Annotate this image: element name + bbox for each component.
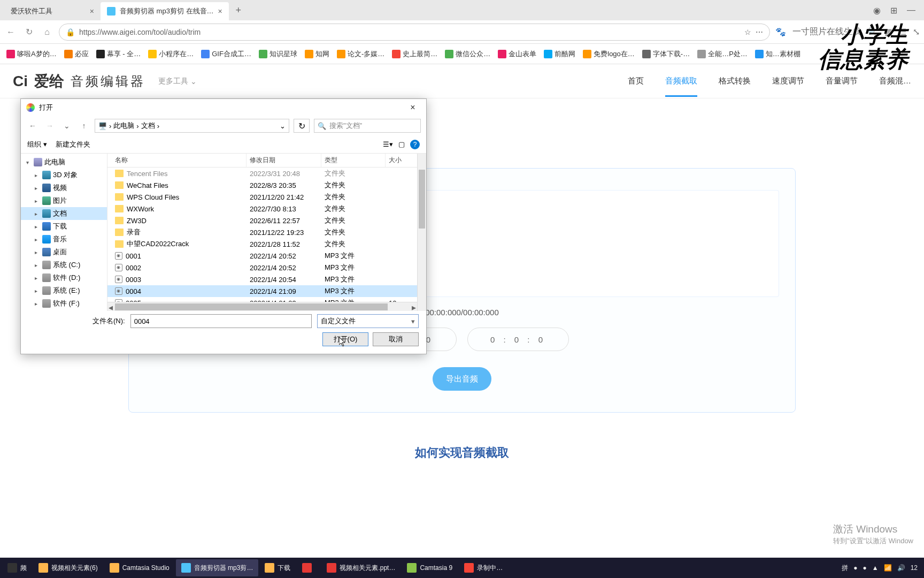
star-icon[interactable]: ☆ xyxy=(744,28,751,36)
more-icon[interactable]: ⋯ xyxy=(756,28,763,36)
tree-arrow-icon[interactable]: ▾ xyxy=(26,159,32,165)
ime-icon[interactable]: 拼 xyxy=(842,564,848,573)
organize-button[interactable]: 组织 ▾ xyxy=(27,140,47,149)
view-button[interactable]: ☰▾ xyxy=(383,140,393,148)
new-tab-button[interactable]: + xyxy=(231,3,246,18)
col-name[interactable]: 名称 xyxy=(107,154,247,167)
taskbar-item[interactable]: 视频相关元素(6) xyxy=(33,559,103,576)
taskbar-item[interactable]: 音频剪切器 mp3剪… xyxy=(176,559,259,576)
system-tray[interactable]: 拼 ● ● ▲ 📶 🔊 12 xyxy=(842,564,922,573)
nav-item[interactable]: 格式转换 xyxy=(719,65,751,97)
bookmark-item[interactable]: 微信公众… xyxy=(443,48,492,60)
tree-item[interactable]: ▸系统 (C:) xyxy=(21,258,107,271)
horizontal-scrollbar[interactable]: ◂ ▸ xyxy=(107,302,417,311)
bookmark-item[interactable]: 史上最简… xyxy=(390,48,440,60)
bookmark-item[interactable]: 金山表单 xyxy=(496,48,538,60)
bookmark-item[interactable]: 知…素材棚 xyxy=(753,48,803,60)
tree-arrow-icon[interactable]: ▸ xyxy=(35,185,40,191)
cancel-button[interactable]: 取消 xyxy=(373,332,419,346)
tree-arrow-icon[interactable]: ▸ xyxy=(35,288,40,294)
tree-arrow-icon[interactable]: ▸ xyxy=(35,172,40,178)
bookmark-item[interactable]: 免费logo在… xyxy=(581,48,637,60)
tree-arrow-icon[interactable]: ▸ xyxy=(35,275,40,281)
nav-item[interactable]: 速度调节 xyxy=(772,65,804,97)
export-button[interactable]: 导出音频 xyxy=(433,367,491,391)
bookmark-item[interactable]: 小程序在… xyxy=(146,48,196,60)
tree-item[interactable]: ▸文档 xyxy=(21,207,107,220)
bookmark-item[interactable]: 必应 xyxy=(62,48,91,60)
tray-icon[interactable]: ● xyxy=(863,564,867,572)
back-button[interactable]: ← xyxy=(4,26,17,39)
menu-icon[interactable]: ☰ xyxy=(899,27,906,37)
tree-arrow-icon[interactable]: ▸ xyxy=(35,211,40,217)
tree-item[interactable]: ▸图片 xyxy=(21,194,107,207)
tree-item[interactable]: ▸桌面 xyxy=(21,246,107,258)
taskbar-item[interactable]: Camtasia Studio xyxy=(104,559,175,576)
tree-item[interactable]: ▸软件 (D:) xyxy=(21,271,107,284)
tree-arrow-icon[interactable]: ▸ xyxy=(35,262,40,268)
more-tools-dropdown[interactable]: 更多工具⌄ xyxy=(158,77,197,86)
filetype-select[interactable]: 自定义文件 xyxy=(317,314,419,328)
end-time-input[interactable]: 0 : 0 : 0 xyxy=(467,328,569,351)
url-input[interactable]: 🔒 https://www.aigei.com/tool/audio/trim … xyxy=(59,24,770,41)
taskbar-item[interactable]: 下载 xyxy=(259,559,296,576)
folder-tree[interactable]: ▾此电脑▸3D 对象▸视频▸图片▸文档▸下载▸音乐▸桌面▸系统 (C:)▸软件 … xyxy=(21,154,107,311)
tree-item[interactable]: ▸视频 xyxy=(21,181,107,194)
tray-icon[interactable]: ● xyxy=(853,564,857,572)
nav-item[interactable]: 音频截取 xyxy=(665,65,697,97)
refresh-button[interactable]: ↻ xyxy=(294,119,310,133)
tree-arrow-icon[interactable]: ▸ xyxy=(35,224,40,230)
tree-item[interactable]: ▸音乐 xyxy=(21,233,107,246)
taskbar-item[interactable]: 频 xyxy=(2,559,32,576)
tree-arrow-icon[interactable]: ▸ xyxy=(35,237,40,242)
file-row[interactable]: 00022022/1/4 20:52MP3 文件 xyxy=(107,262,417,273)
tree-arrow-icon[interactable]: ▸ xyxy=(35,301,40,307)
file-row[interactable]: WXWork2022/7/30 8:13文件夹 xyxy=(107,203,417,215)
nav-item[interactable]: 首页 xyxy=(628,65,644,97)
up-button[interactable]: ↑ xyxy=(78,121,90,130)
tree-arrow-icon[interactable]: ▸ xyxy=(35,249,40,255)
apps-icon[interactable]: ▦ xyxy=(884,27,892,37)
network-icon[interactable]: 📶 xyxy=(884,564,892,572)
file-row[interactable]: 00012022/1/4 20:52MP3 文件 xyxy=(107,250,417,262)
tree-item[interactable]: ▾此电脑 xyxy=(21,156,107,169)
bookmark-item[interactable]: 前酷网 xyxy=(542,48,578,60)
tree-item[interactable]: ▸3D 对象 xyxy=(21,169,107,181)
tray-icon[interactable]: ▲ xyxy=(872,564,879,572)
browser-tab-active[interactable]: 音频剪切器 mp3剪切 在线音… × xyxy=(101,2,229,20)
nav-item[interactable]: 音量调节 xyxy=(826,65,858,97)
tree-item[interactable]: ▸系统 (E:) xyxy=(21,284,107,297)
filename-input[interactable] xyxy=(130,314,312,328)
taskbar-item[interactable]: 视频相关元素.ppt… xyxy=(321,559,401,576)
open-button[interactable]: 打开(O) xyxy=(322,332,368,346)
new-folder-button[interactable]: 新建文件夹 xyxy=(56,140,90,149)
column-headers[interactable]: 名称 修改日期 类型 大小 xyxy=(107,154,417,168)
browser-tab[interactable]: 爱沃软件工具 × xyxy=(4,2,101,20)
file-row[interactable]: 中望CAD2022Crack2022/1/28 11:52文件夹 xyxy=(107,238,417,250)
nav-item[interactable]: 音频混… xyxy=(879,65,911,97)
bookmark-item[interactable]: 论文-多媒… xyxy=(335,48,387,60)
expand-icon[interactable]: ⤡ xyxy=(913,27,920,37)
col-size[interactable]: 大小 xyxy=(386,154,412,167)
sidebar-link[interactable]: 一寸照片在线生成 xyxy=(792,26,861,37)
bookmark-item[interactable]: 全能…P处… xyxy=(695,48,750,60)
vertical-scrollbar[interactable] xyxy=(417,154,426,311)
col-type[interactable]: 类型 xyxy=(321,154,386,167)
file-row[interactable]: WeChat Files2022/8/3 20:35文件夹 xyxy=(107,179,417,191)
tree-item[interactable]: ▸软件 (F:) xyxy=(21,297,107,310)
extension-icon[interactable]: ⊞ xyxy=(890,5,897,16)
file-row[interactable]: 00032022/1/4 20:54MP3 文件 xyxy=(107,273,417,285)
file-row[interactable]: Tencent Files2022/3/31 20:48文件夹 xyxy=(107,168,417,179)
bookmark-item[interactable]: 知识星球 xyxy=(257,48,299,60)
file-row[interactable]: 00042022/1/4 21:09MP3 文件 xyxy=(107,285,417,297)
help-icon[interactable]: ? xyxy=(410,140,420,149)
volume-icon[interactable]: 🔊 xyxy=(897,564,905,572)
account-icon[interactable]: ◉ xyxy=(873,5,881,16)
col-date[interactable]: 修改日期 xyxy=(247,154,321,167)
bookmark-item[interactable]: 哆啦A梦的… xyxy=(4,48,59,60)
tree-arrow-icon[interactable]: ▸ xyxy=(35,198,40,204)
preview-button[interactable]: ▢ xyxy=(398,140,405,148)
taskbar-item[interactable]: Camtasia 9 xyxy=(402,559,458,576)
chevron-down-icon[interactable]: ⌄ xyxy=(280,122,286,130)
close-icon[interactable]: × xyxy=(218,7,222,16)
